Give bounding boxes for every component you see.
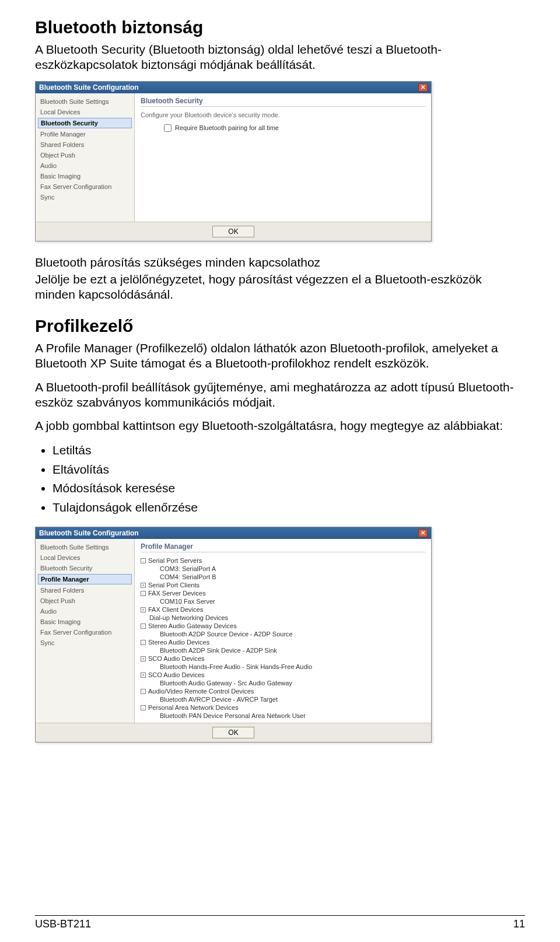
tree-row[interactable]: COM4: SerialPort B	[141, 573, 425, 580]
dialog-title: Bluetooth Suite Configuration	[39, 529, 139, 537]
tree-row[interactable]: -Personal Area Network Devices	[141, 704, 425, 711]
dialog-title: Bluetooth Suite Configuration	[39, 83, 139, 92]
expand-icon[interactable]: +	[141, 656, 146, 661]
dialog-bt-security: Bluetooth Suite Configuration ✕ Bluetoot…	[35, 81, 432, 241]
tree-row[interactable]: +SCO Audio Devices	[141, 655, 425, 662]
sidebar-item[interactable]: Local Devices	[38, 107, 132, 117]
titlebar: Bluetooth Suite Configuration ✕	[36, 527, 431, 539]
tree-row[interactable]: -Audio/Video Remote Control Devices	[141, 688, 425, 695]
tree-label: COM3: SerialPort A	[160, 565, 216, 572]
tree-row[interactable]: -Serial Port Servers	[141, 557, 425, 564]
sidebar-item[interactable]: Audio	[38, 161, 132, 170]
tree-label: Personal Area Network Devices	[148, 704, 239, 711]
tree-row[interactable]: -FAX Server Devices	[141, 590, 425, 597]
tree-row[interactable]: COM3: SerialPort A	[141, 565, 425, 572]
list-item: Tulajdonságok ellenőrzése	[52, 499, 525, 516]
tree-label: SCO Audio Devices	[148, 655, 205, 662]
sidebar-item[interactable]: Bluetooth Security	[38, 118, 132, 128]
sidebar: Bluetooth Suite SettingsLocal DevicesBlu…	[36, 539, 135, 723]
titlebar: Bluetooth Suite Configuration ✕	[36, 82, 431, 93]
panel-title: Profile Manager	[141, 542, 425, 552]
sidebar-item[interactable]: Basic Imaging	[38, 171, 132, 181]
sidebar-item[interactable]: Object Push	[38, 150, 132, 160]
tree-row[interactable]: +FAX Client Devices	[141, 606, 425, 613]
tree-label: Bluetooth Audio Gateway - Src Audio Gate…	[160, 680, 292, 687]
close-icon[interactable]: ✕	[418, 529, 428, 537]
list-item: Eltávolítás	[52, 461, 525, 478]
collapse-icon[interactable]: -	[141, 640, 146, 645]
ok-button[interactable]: OK	[212, 226, 254, 237]
pairing-text: Jelölje be ezt a jelölőnégyzetet, hogy p…	[35, 272, 525, 303]
panel-title: Bluetooth Security	[141, 97, 425, 107]
tree-label: Stereo Audio Gateway Devices	[148, 622, 237, 629]
list-item: Módosítások keresése	[52, 479, 525, 497]
tree-label: FAX Server Devices	[148, 590, 205, 597]
sidebar-item[interactable]: Profile Manager	[38, 574, 132, 584]
sidebar-item[interactable]: Basic Imaging	[38, 617, 132, 626]
footer-model: USB-BT211	[35, 918, 91, 930]
tree-row[interactable]: Bluetooth A2DP Source Device - A2DP Sour…	[141, 631, 425, 638]
tree-label: Dial-up Networking Devices	[149, 614, 228, 621]
collapse-icon[interactable]: -	[141, 558, 146, 563]
ok-button[interactable]: OK	[212, 727, 254, 738]
profile-tree: -Serial Port ServersCOM3: SerialPort ACO…	[141, 557, 425, 719]
tree-row[interactable]: Bluetooth AVRCP Device - AVRCP Target	[141, 696, 425, 703]
sidebar-item[interactable]: Fax Server Configuration	[38, 628, 132, 637]
pairing-checkbox[interactable]	[164, 124, 172, 132]
tree-row[interactable]: Bluetooth A2DP Sink Device - A2DP Sink	[141, 647, 425, 654]
sidebar-item[interactable]: Fax Server Configuration	[38, 182, 132, 191]
close-icon[interactable]: ✕	[418, 83, 428, 92]
tree-label: Bluetooth A2DP Sink Device - A2DP Sink	[160, 647, 277, 654]
collapse-icon[interactable]: -	[141, 689, 146, 694]
collapse-icon[interactable]: -	[141, 624, 146, 629]
tree-row[interactable]: +SCO Audio Devices	[141, 671, 425, 678]
sidebar-item[interactable]: Shared Folders	[38, 586, 132, 595]
tree-label: Bluetooth AVRCP Device - AVRCP Target	[160, 696, 278, 703]
tree-label: Bluetooth A2DP Source Device - A2DP Sour…	[160, 631, 293, 638]
tree-row[interactable]: Bluetooth Hands-Free Audio - Sink Hands-…	[141, 663, 425, 670]
subheading-pairing: Bluetooth párosítás szükséges minden kap…	[35, 255, 525, 269]
tree-row[interactable]: +Serial Port Clients	[141, 582, 425, 589]
expand-icon[interactable]: +	[141, 607, 146, 612]
tree-label: SCO Audio Devices	[148, 671, 205, 678]
sidebar-item[interactable]: Audio	[38, 607, 132, 616]
tree-label: Serial Port Servers	[148, 557, 202, 564]
sidebar-item[interactable]: Sync	[38, 192, 132, 202]
sidebar-item[interactable]: Local Devices	[38, 553, 132, 562]
main-panel: Profile Manager -Serial Port ServersCOM3…	[135, 539, 431, 723]
sidebar-item[interactable]: Sync	[38, 638, 132, 647]
tree-label: COM4: SerialPort B	[160, 573, 216, 580]
tree-row[interactable]: Bluetooth PAN Device Personal Area Netwo…	[141, 712, 425, 719]
sidebar-item[interactable]: Bluetooth Suite Settings	[38, 97, 132, 106]
main-panel: Bluetooth Security Configure your Blueto…	[135, 93, 431, 222]
expand-icon[interactable]: +	[141, 673, 146, 678]
tree-row[interactable]: Dial-up Networking Devices	[141, 614, 425, 621]
collapse-icon[interactable]: -	[141, 705, 146, 710]
list-item: Letiltás	[52, 442, 525, 459]
sidebar-item[interactable]: Shared Folders	[38, 140, 132, 149]
collapse-icon[interactable]: -	[141, 591, 146, 596]
sidebar-item[interactable]: Object Push	[38, 596, 132, 605]
tree-label: Bluetooth PAN Device Personal Area Netwo…	[160, 712, 306, 719]
tree-label: Bluetooth Hands-Free Audio - Sink Hands-…	[160, 663, 312, 670]
tree-row[interactable]: -Stereo Audio Devices	[141, 639, 425, 646]
heading-profile-manager: Profilkezelő	[35, 316, 525, 336]
tree-row[interactable]: -Stereo Audio Gateway Devices	[141, 622, 425, 629]
checkbox-label: Require Bluetooth pairing for all time	[175, 124, 279, 131]
sidebar-item[interactable]: Bluetooth Security	[38, 563, 132, 573]
tree-label: Serial Port Clients	[148, 582, 200, 589]
sidebar-item[interactable]: Profile Manager	[38, 129, 132, 139]
tree-row[interactable]: COM10 Fax Server	[141, 598, 425, 605]
tree-label: Audio/Video Remote Control Devices	[148, 688, 254, 695]
sidebar: Bluetooth Suite SettingsLocal DevicesBlu…	[36, 93, 135, 222]
panel-desc: Configure your Bluetooth device's securi…	[141, 111, 425, 118]
pm-text-2: A Bluetooth-profil beállítások gyűjtemén…	[35, 380, 525, 411]
intro-bluetooth-security: A Bluetooth Security (Bluetooth biztonsá…	[35, 42, 525, 73]
sidebar-item[interactable]: Bluetooth Suite Settings	[38, 542, 132, 552]
page-footer: USB-BT211 11	[35, 915, 525, 930]
tree-row[interactable]: Bluetooth Audio Gateway - Src Audio Gate…	[141, 680, 425, 687]
dialog-profile-manager: Bluetooth Suite Configuration ✕ Bluetoot…	[35, 527, 432, 743]
pm-bullets: LetiltásEltávolításMódosítások kereséseT…	[52, 442, 525, 516]
tree-label: FAX Client Devices	[148, 606, 203, 613]
expand-icon[interactable]: +	[141, 583, 146, 588]
